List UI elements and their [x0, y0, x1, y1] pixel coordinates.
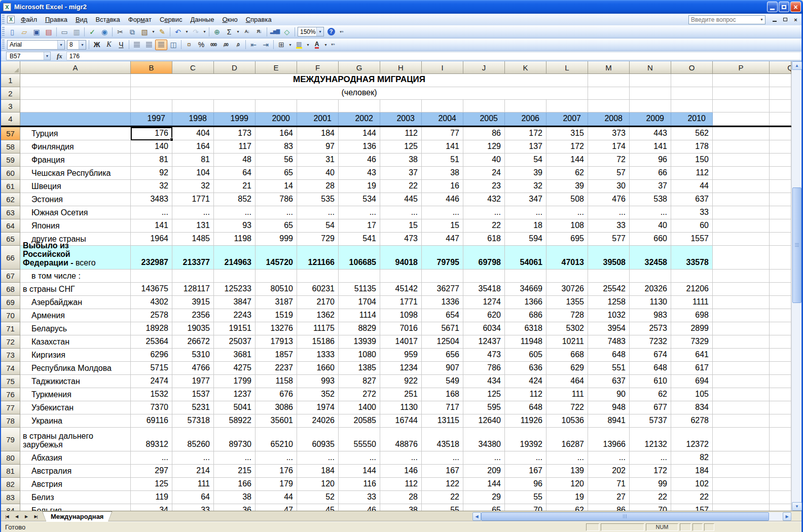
autosum-button[interactable]: Σ	[223, 26, 235, 37]
cell[interactable]: 34	[131, 504, 172, 511]
spelling-button[interactable]: ✓	[86, 26, 98, 37]
cell[interactable]: 11175	[297, 322, 339, 335]
cell[interactable]	[770, 246, 791, 270]
cell[interactable]: 86	[463, 127, 505, 140]
cell[interactable]: 637	[671, 193, 713, 206]
cell[interactable]: 34669	[505, 283, 546, 296]
cell[interactable]: 112	[380, 127, 422, 140]
font-name-combo-dropdown-icon[interactable]: ▾	[57, 41, 64, 49]
cell[interactable]: 6318	[505, 322, 546, 335]
cell[interactable]: 215	[214, 465, 256, 478]
row-label-cell[interactable]: в страны дальнего зарубежья	[20, 428, 131, 451]
column-header-N[interactable]: N	[630, 61, 671, 74]
cell[interactable]: 617	[671, 362, 713, 375]
cell[interactable]: 65	[463, 504, 505, 511]
cell[interactable]: 184	[671, 465, 713, 478]
cell[interactable]: 695	[546, 233, 588, 246]
cell[interactable]: 1336	[422, 296, 463, 309]
cell[interactable]: 5310	[172, 349, 214, 362]
cell[interactable]: 30726	[546, 283, 588, 296]
cell[interactable]	[20, 87, 131, 100]
cell[interactable]: 5041	[214, 401, 256, 414]
cell[interactable]: 119	[131, 491, 172, 504]
italic-button[interactable]: К	[103, 40, 115, 50]
cell[interactable]: 7483	[588, 335, 630, 349]
cell[interactable]: 5231	[172, 401, 214, 414]
year-cell[interactable]: 1997	[131, 112, 172, 126]
column-header-K[interactable]: K	[505, 61, 546, 74]
cell[interactable]: 12504	[422, 335, 463, 349]
row-header-66[interactable]: 66	[1, 246, 20, 270]
chart-wizard-button[interactable]: ▂▅▇	[269, 26, 281, 37]
print-button[interactable]: ▭	[58, 26, 70, 37]
cell[interactable]: 648	[588, 349, 630, 362]
cell[interactable]: ...	[339, 451, 380, 465]
cell[interactable]: 5715	[131, 362, 172, 375]
cell[interactable]: 1111	[671, 296, 713, 309]
row-header-77[interactable]: 77	[1, 401, 20, 414]
cell[interactable]	[713, 154, 770, 167]
cell[interactable]: 36	[214, 504, 256, 511]
cell[interactable]: 168	[422, 388, 463, 401]
cell[interactable]: 1130	[380, 401, 422, 414]
cell[interactable]	[505, 270, 546, 283]
cell[interactable]	[770, 491, 791, 504]
cell[interactable]: 1130	[630, 296, 671, 309]
next-sheet-icon[interactable]: ▶	[22, 512, 30, 521]
cell[interactable]: 2356	[172, 309, 214, 322]
cell[interactable]	[256, 270, 297, 283]
cell[interactable]: 141	[131, 219, 172, 233]
paste-dropdown-icon[interactable]: ▾	[151, 26, 156, 37]
cell[interactable]: 272	[339, 388, 380, 401]
cell[interactable]: 179	[256, 478, 297, 491]
cell[interactable]	[713, 193, 770, 206]
cell[interactable]: 717	[422, 401, 463, 414]
horizontal-scroll-thumb[interactable]	[481, 512, 769, 521]
cell[interactable]	[713, 491, 770, 504]
cell[interactable]	[505, 100, 546, 112]
cell[interactable]: 668	[546, 349, 588, 362]
cell[interactable]	[463, 100, 505, 112]
cell[interactable]	[588, 87, 630, 100]
cell[interactable]: 65	[256, 167, 297, 180]
cell[interactable]: 64	[214, 167, 256, 180]
cell[interactable]: ...	[505, 451, 546, 465]
cell[interactable]	[131, 100, 172, 112]
row-header-1[interactable]: 1	[1, 74, 20, 87]
cell[interactable]	[770, 322, 791, 335]
cell[interactable]: 70	[505, 504, 546, 511]
cell[interactable]: 7016	[380, 322, 422, 335]
cell[interactable]	[713, 309, 770, 322]
cell[interactable]: 209	[463, 465, 505, 478]
cell[interactable]: 96	[505, 478, 546, 491]
cell[interactable]	[422, 100, 463, 112]
cell[interactable]: ...	[297, 206, 339, 219]
align-right-button[interactable]	[155, 40, 167, 50]
cell[interactable]	[588, 100, 630, 112]
horizontal-scrollbar[interactable]: ◀ ▶	[472, 511, 801, 521]
cell[interactable]: 60	[671, 219, 713, 233]
last-sheet-icon[interactable]: ▶|	[31, 512, 40, 521]
underline-button[interactable]: Ч	[115, 40, 127, 50]
cell[interactable]: 16744	[380, 414, 422, 428]
cell[interactable]	[131, 270, 172, 283]
cell[interactable]	[713, 233, 770, 246]
cell[interactable]: ...	[214, 206, 256, 219]
cell[interactable]: 13966	[588, 428, 630, 451]
cell[interactable]: 434	[463, 375, 505, 388]
cell[interactable]: ...	[463, 206, 505, 219]
cell[interactable]: 1485	[172, 233, 214, 246]
cell[interactable]: ...	[546, 451, 588, 465]
cell[interactable]	[671, 270, 713, 283]
cell[interactable]: 108	[546, 219, 588, 233]
cell[interactable]: 8941	[588, 414, 630, 428]
cell[interactable]	[770, 375, 791, 388]
cell[interactable]: 48	[214, 154, 256, 167]
minimize-button[interactable]	[767, 2, 778, 12]
cell[interactable]: 27	[588, 491, 630, 504]
cell[interactable]	[630, 100, 671, 112]
cell[interactable]: 39	[546, 180, 588, 193]
row-label-cell[interactable]: Бельгия	[20, 504, 131, 511]
row-header-65[interactable]: 65	[1, 233, 20, 246]
undo-button[interactable]: ↶	[172, 26, 184, 37]
